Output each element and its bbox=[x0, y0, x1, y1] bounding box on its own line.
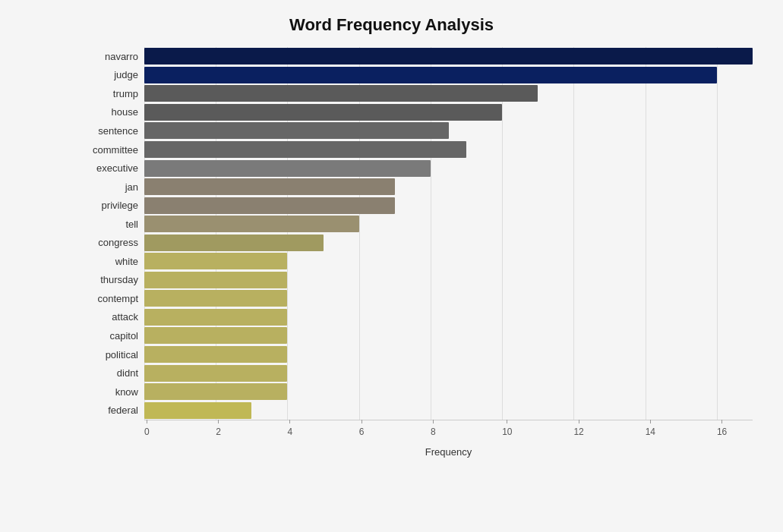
bar bbox=[144, 122, 449, 139]
x-tick: 2 bbox=[216, 420, 221, 437]
bar-item bbox=[144, 121, 753, 140]
chart-area: navarrojudgetrumphousesentencecommitteee… bbox=[76, 47, 753, 458]
bar-label: executive bbox=[76, 162, 144, 174]
x-tick-line bbox=[507, 420, 507, 423]
bar-label: privilege bbox=[76, 200, 144, 211]
x-tick: 10 bbox=[502, 420, 512, 437]
bar-item bbox=[144, 66, 753, 84]
bar-item bbox=[144, 401, 753, 420]
x-tick: 12 bbox=[573, 420, 583, 437]
x-tick-line bbox=[579, 420, 579, 423]
x-axis-title: Frequency bbox=[144, 446, 753, 458]
bar bbox=[144, 309, 287, 326]
bar bbox=[144, 104, 502, 121]
bar-label: congress bbox=[76, 237, 144, 248]
x-tick-label: 4 bbox=[287, 427, 292, 437]
bar bbox=[144, 253, 287, 269]
bar bbox=[144, 141, 466, 158]
bar bbox=[144, 346, 287, 363]
bar bbox=[144, 383, 287, 400]
bar-item bbox=[144, 326, 753, 345]
x-tick-line bbox=[218, 420, 219, 423]
bar-item bbox=[144, 308, 753, 326]
x-tick-line bbox=[721, 420, 722, 423]
chart-container: Word Frequency Analysis navarrojudgetrum… bbox=[0, 0, 783, 532]
bar bbox=[144, 402, 251, 419]
chart-title: Word Frequency Analysis bbox=[30, 15, 753, 35]
bar-label: sentence bbox=[76, 125, 144, 137]
bar-item bbox=[144, 364, 753, 382]
bar-label: contempt bbox=[76, 293, 144, 304]
bar-label: didnt bbox=[76, 367, 144, 379]
bar bbox=[144, 216, 359, 232]
bar-label: tell bbox=[76, 219, 144, 230]
bar-label: federal bbox=[76, 405, 144, 416]
x-tick-label: 12 bbox=[573, 427, 583, 437]
bar-label: know bbox=[76, 386, 144, 398]
bar-label: attack bbox=[76, 311, 144, 323]
bar-label: trump bbox=[76, 88, 144, 99]
bar-item bbox=[144, 159, 753, 178]
bar-item bbox=[144, 178, 753, 196]
x-tick-label: 2 bbox=[216, 427, 221, 437]
bar bbox=[144, 327, 287, 344]
x-tick-label: 0 bbox=[144, 427, 150, 437]
bar-item bbox=[144, 382, 753, 401]
bar bbox=[144, 48, 753, 65]
bar-item bbox=[144, 47, 753, 65]
bars-inner bbox=[144, 47, 753, 420]
bar bbox=[144, 272, 287, 288]
x-axis: 0246810121416 Frequency bbox=[144, 420, 753, 458]
x-tick-line bbox=[362, 420, 362, 423]
bar-label: house bbox=[76, 106, 144, 118]
bar bbox=[144, 160, 431, 177]
bar-item bbox=[144, 345, 753, 364]
bar-label: thursday bbox=[76, 274, 144, 285]
bar-item bbox=[144, 103, 753, 121]
bar bbox=[144, 178, 395, 195]
x-tick-label: 6 bbox=[359, 427, 365, 437]
bar bbox=[144, 197, 395, 214]
x-tick: 6 bbox=[359, 420, 365, 437]
bar bbox=[144, 365, 287, 382]
bar-item bbox=[144, 84, 753, 102]
x-tick: 4 bbox=[287, 420, 292, 437]
bar-label: capitol bbox=[76, 330, 144, 342]
bar-label: committee bbox=[76, 144, 144, 156]
bar-item bbox=[144, 289, 753, 307]
bar bbox=[144, 290, 287, 307]
bar bbox=[144, 85, 538, 102]
x-tick-line bbox=[433, 420, 434, 423]
x-tick-label: 8 bbox=[431, 427, 436, 437]
bar-label: judge bbox=[76, 69, 144, 80]
x-tick: 14 bbox=[646, 420, 655, 437]
x-tick-line bbox=[289, 420, 290, 423]
x-tick: 0 bbox=[144, 420, 150, 437]
bar-item bbox=[144, 252, 753, 270]
x-tick-label: 10 bbox=[502, 427, 512, 437]
bar-label: jan bbox=[76, 181, 144, 193]
bar-item bbox=[144, 140, 753, 159]
x-tick-label: 14 bbox=[646, 427, 655, 437]
x-tick: 8 bbox=[431, 420, 436, 437]
x-tick-line bbox=[650, 420, 651, 423]
x-tick-line bbox=[147, 420, 147, 423]
x-tick-label: 16 bbox=[717, 427, 727, 437]
bar bbox=[144, 235, 324, 251]
bar-label: navarro bbox=[76, 51, 144, 62]
bar-label: white bbox=[76, 256, 144, 267]
bar-label: political bbox=[76, 349, 144, 360]
bar bbox=[144, 67, 717, 83]
x-tick: 16 bbox=[717, 420, 727, 437]
bar-item bbox=[144, 215, 753, 233]
bar-item bbox=[144, 197, 753, 215]
bar-item bbox=[144, 271, 753, 289]
bar-item bbox=[144, 234, 753, 252]
